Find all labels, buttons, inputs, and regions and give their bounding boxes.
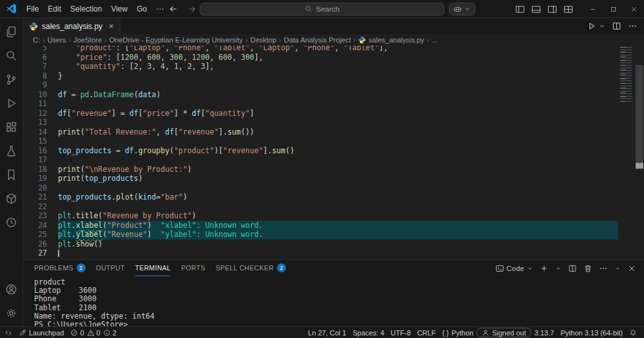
code-line-16[interactable]: top_products = df.groupby("product")["re… [58, 146, 618, 156]
toggle-secondary-sidebar-icon[interactable] [547, 5, 557, 14]
panel-tab-ports[interactable]: PORTS [181, 260, 205, 276]
code-line-23[interactable]: plt.title("Revenue by Product") [58, 211, 618, 221]
split-editor-icon[interactable] [612, 21, 621, 31]
panel-tab-badge: 2 [277, 263, 286, 272]
bookmarks-icon[interactable] [0, 163, 23, 187]
breadcrumb-item[interactable]: Desktop [251, 36, 276, 44]
account-icon[interactable] [0, 277, 23, 301]
settings-icon[interactable] [0, 301, 23, 325]
remote-indicator[interactable] [1, 327, 15, 338]
search-icon[interactable] [0, 44, 23, 68]
more-actions-icon[interactable] [628, 21, 638, 31]
run-dropdown-icon[interactable] [598, 23, 605, 30]
run-debug-icon[interactable] [0, 91, 23, 115]
toggle-sidebar-icon[interactable] [515, 5, 525, 14]
code-line-25[interactable]: plt.ylabel("Revenue")"ylabel": Unknown w… [58, 230, 618, 239]
code-line-26[interactable]: plt.show() [58, 239, 618, 249]
problems-summary[interactable]: 0 0 2 [67, 327, 119, 338]
extensions-icon[interactable] [0, 115, 23, 139]
minimize-button[interactable] [582, 0, 603, 18]
close-panel-icon[interactable] [627, 264, 636, 273]
split-terminal-icon[interactable] [568, 264, 577, 273]
launchpad-item[interactable]: Launchpad [15, 327, 67, 338]
history-icon[interactable] [0, 211, 23, 234]
menu-selection[interactable]: Selection [66, 3, 106, 15]
run-python-file-icon[interactable] [587, 21, 596, 31]
code-line-19[interactable]: print(top_products) [58, 174, 618, 183]
code-content[interactable]: "product": ["Laptop", "Phone", "Tablet",… [58, 46, 618, 259]
code-line-27[interactable] [58, 249, 618, 258]
code-line-20[interactable] [58, 183, 618, 193]
code-line-14[interactable]: print("Total Revenue:", df["revenue"].su… [58, 127, 618, 137]
editor-scrollbar[interactable] [635, 46, 644, 259]
menu-view[interactable]: View [106, 3, 132, 15]
testing-icon[interactable] [0, 139, 23, 163]
code-line-5[interactable]: "product": ["Laptop", "Phone", "Tablet",… [58, 46, 618, 53]
panel-tab-output[interactable]: OUTPUT [96, 260, 125, 276]
account-status[interactable]: Signed out [477, 328, 531, 337]
code-editor[interactable]: 5678910111213141516171819202122232425262… [23, 46, 644, 259]
breadcrumb-item[interactable]: OneDrive - Egyptian E-Learning Universit… [109, 36, 243, 44]
code-line-9[interactable] [58, 80, 618, 90]
source-control-icon[interactable] [0, 68, 23, 91]
code-line-7[interactable]: "quantity": [2, 3, 4, 1, 2, 3], [58, 62, 618, 71]
tab-sales-analysis[interactable]: sales_analysis.py × [23, 18, 120, 34]
python-version[interactable]: 3.13.7 [531, 327, 558, 338]
line-number: 12 [23, 109, 47, 118]
breadcrumb: C:›Users›JoeStore›OneDrive - Egyptian E-… [23, 34, 644, 46]
panel-tab-problems[interactable]: PROBLEMS2 [34, 260, 86, 276]
menu-more[interactable]: ⋯ [151, 3, 168, 15]
maximize-button[interactable] [603, 0, 623, 18]
breadcrumb-item[interactable]: Users [48, 36, 66, 44]
code-line-13[interactable] [58, 118, 618, 127]
scrollbar-cursor-mark [636, 163, 643, 169]
launch-profile-chevron-icon[interactable] [555, 265, 562, 272]
code-line-10[interactable]: df = pd.DataFrame(data) [58, 90, 618, 100]
back-arrow-icon[interactable] [169, 5, 178, 14]
toggle-panel-icon[interactable] [531, 5, 541, 14]
explorer-icon[interactable] [0, 20, 23, 44]
command-center-search[interactable]: Search [200, 3, 444, 15]
code-line-12[interactable]: df["revenue"] = df["price"] * df["quanti… [58, 109, 618, 118]
new-terminal-icon[interactable] [540, 264, 549, 273]
eol-setting[interactable]: CRLF [414, 327, 439, 338]
minimap[interactable] [618, 46, 635, 259]
cursor-position[interactable]: Ln 27, Col 1 [305, 327, 349, 338]
tab-close-icon[interactable]: × [109, 21, 114, 31]
encoding-setting[interactable]: UTF-8 [388, 327, 414, 338]
menu-go[interactable]: Go [132, 3, 151, 15]
forward-arrow-icon[interactable] [187, 5, 196, 14]
python-interpreter[interactable]: Python 3.13 (64-bit) [557, 327, 626, 338]
menu-edit[interactable]: Edit [43, 3, 66, 15]
indentation-setting[interactable]: Spaces: 4 [350, 327, 388, 338]
code-line-21[interactable]: top_products.plot(kind="bar") [58, 192, 618, 202]
scrollbar-slider[interactable] [636, 65, 643, 163]
maximize-panel-icon[interactable] [614, 265, 621, 272]
code-line-8[interactable]: } [58, 71, 618, 81]
customize-layout-icon[interactable] [564, 5, 573, 14]
breadcrumb-item[interactable]: C: [33, 36, 40, 44]
code-line-11[interactable] [58, 99, 618, 109]
panel-more-actions-icon[interactable] [599, 264, 608, 273]
code-line-17[interactable] [58, 155, 618, 165]
breadcrumb-item[interactable]: JoeStore [73, 36, 102, 44]
code-line-15[interactable] [58, 136, 618, 146]
breadcrumb-item[interactable]: ... [431, 36, 437, 44]
kill-terminal-icon[interactable] [583, 264, 592, 273]
code-line-22[interactable] [58, 202, 618, 212]
close-window-button[interactable] [623, 0, 644, 18]
code-line-18[interactable]: print("\nRevenue by Product:") [58, 165, 618, 174]
language-mode[interactable]: { } Python [439, 327, 477, 338]
breadcrumb-item[interactable]: sales_analysis.py [358, 36, 424, 44]
panel-tab-spell-checker[interactable]: SPELL CHECKER2 [216, 260, 286, 276]
terminal-output[interactable]: productLaptop 3600Phone 3000Tablet 2100N… [23, 276, 644, 326]
notifications-button[interactable] [626, 327, 640, 338]
containers-icon[interactable] [0, 187, 23, 211]
copilot-button[interactable] [449, 3, 475, 15]
breadcrumb-item[interactable]: Data Analysis Project [284, 36, 351, 44]
code-line-6[interactable]: "price": [1200, 600, 300, 1200, 600, 300… [58, 53, 618, 62]
terminal-profile-selector[interactable]: Code [495, 264, 534, 273]
panel-tab-terminal[interactable]: TERMINAL [135, 260, 171, 276]
menu-file[interactable]: File [22, 3, 43, 15]
code-line-24[interactable]: plt.xlabel("Product")"xlabel": Unknown w… [58, 221, 618, 230]
